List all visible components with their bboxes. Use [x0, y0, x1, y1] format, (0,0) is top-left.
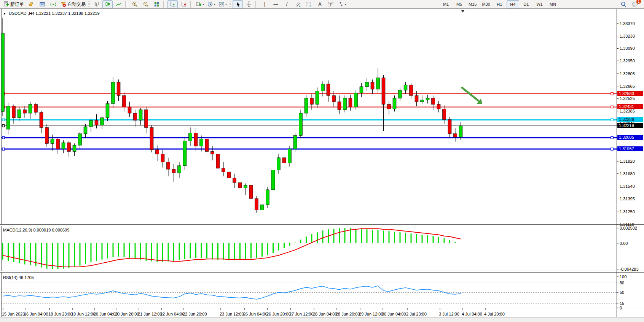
line-chart-button[interactable]	[113, 0, 124, 8]
one-click-trading-icon[interactable]: ▼	[3, 12, 6, 16]
bar-chart-button[interactable]	[91, 0, 102, 8]
toolbar-grip	[88, 1, 90, 7]
text-label-button[interactable]: T	[326, 0, 336, 8]
price-tick-label: 1.31250	[620, 209, 635, 214]
chart-window[interactable]: ▼ USDCAD-,H4 1.32221 1.32237 1.32188 1.3…	[0, 9, 644, 322]
timeframe-button-m1[interactable]: M1	[440, 0, 452, 8]
vertical-line-button[interactable]: |	[260, 0, 270, 8]
search-button[interactable]	[618, 0, 629, 8]
zoom-in-icon	[132, 1, 138, 7]
equidistant-channel-icon: E	[295, 1, 301, 7]
time-tick-label: 3 Jul 12:00	[439, 312, 459, 316]
autotrading-icon	[60, 1, 66, 7]
macd-value-1: 0.000019	[33, 228, 51, 232]
auto-scroll-icon	[170, 1, 176, 7]
profiles-icon	[28, 1, 34, 7]
timeframe-button-m30[interactable]: M30	[480, 0, 492, 8]
equidistant-channel-button[interactable]: E	[293, 0, 303, 8]
trendline-button[interactable]: /	[282, 0, 292, 8]
time-tick-label: 28 Jun 20:00	[336, 312, 360, 316]
toolbar-right: 1	[618, 0, 640, 8]
price-line-badge: 1.32219	[617, 123, 643, 128]
toolbar-separator	[255, 1, 258, 8]
rsi-name: RSI(14)	[3, 275, 18, 280]
new-chart-icon	[39, 1, 45, 7]
bar-chart-icon	[94, 1, 100, 7]
horizontal-line-button[interactable]: —	[271, 0, 281, 8]
crosshair-icon	[246, 1, 252, 7]
crosshair-button[interactable]	[244, 0, 254, 8]
price-tick-label: 1.33090	[620, 46, 635, 51]
timeframe-button-w1[interactable]: W1	[533, 0, 546, 8]
macd-tick-label: 0.00	[620, 241, 628, 246]
arrows-icon	[338, 1, 344, 7]
time-tick-label: 20 Jun 20:00	[115, 312, 139, 316]
time-tick-label: 16 Jun 04:00	[24, 312, 48, 316]
timeframe-button-mn[interactable]: MN	[547, 0, 559, 8]
pane-separator[interactable]	[0, 224, 644, 226]
price-tick-label: 1.32805	[620, 71, 635, 76]
time-tick-label: 18 Jun 23:00	[48, 312, 73, 316]
cursor-button[interactable]	[233, 0, 243, 8]
timeframe-button-d1[interactable]: D1	[520, 0, 532, 8]
rsi-tick-label: 80	[620, 281, 624, 285]
time-tick-label: 21 Jun 12:00	[138, 312, 162, 316]
candlestick-chart-icon	[105, 1, 111, 7]
tile-windows-icon	[154, 1, 160, 7]
signals-button[interactable]	[48, 0, 58, 8]
price-tick-label: 1.32385	[620, 109, 635, 113]
zoom-in-button[interactable]	[129, 0, 140, 8]
macd-value-2: 0.000699	[52, 228, 69, 232]
autotrading-label: 自动交易	[67, 1, 86, 8]
line-chart-icon	[116, 1, 122, 7]
time-axis-line	[0, 308, 644, 308]
chart-title: ▼ USDCAD-,H4 1.32221 1.32237 1.32188 1.3…	[3, 11, 100, 16]
timeframe-button-h1[interactable]: H1	[493, 0, 506, 8]
text-label-icon: T	[328, 1, 334, 7]
price-tick-label: 1.33370	[620, 21, 635, 26]
zoom-out-button[interactable]	[140, 0, 151, 8]
fibonacci-button[interactable]: F	[304, 0, 314, 8]
timeframe-button-h4[interactable]: H4	[507, 0, 519, 8]
time-tick-label: 26 Jun 04:00	[243, 312, 268, 316]
price-line-badge: 1.32085	[617, 135, 643, 140]
macd-tick-label: 0.002502	[620, 226, 637, 230]
chart-symbol-period: USDCAD-,H4	[9, 11, 34, 16]
chevron-down-icon: ▾	[345, 3, 346, 6]
macd-indicator-label: MACD(12,26,9) 0.000019 0.000699	[3, 228, 69, 232]
profiles-button[interactable]	[26, 0, 36, 8]
new-order-label: 新订单	[10, 1, 24, 8]
new-order-button[interactable]: 新订单	[2, 0, 25, 8]
timeframe-button-m5[interactable]: M5	[453, 0, 465, 8]
time-tick-label: 29 Jun 12:00	[359, 312, 383, 316]
candlestick-chart-button[interactable]	[102, 0, 113, 8]
toolbar-grip	[230, 1, 231, 7]
time-tick-label: 22 Jun 04:00	[160, 312, 185, 316]
chart-ohlc-values: 1.32221 1.32237 1.32188 1.32219	[35, 11, 99, 16]
time-tick-label: 19 Jun 12:00	[71, 312, 96, 316]
tile-windows-button[interactable]	[151, 0, 162, 8]
svg-text:E: E	[299, 5, 301, 7]
text-button[interactable]: A	[315, 0, 325, 8]
indicators-button[interactable]: ▾	[194, 0, 205, 8]
templates-button[interactable]: ▾	[217, 0, 228, 8]
pane-separator[interactable]	[0, 271, 644, 273]
arrows-button[interactable]: ▾	[337, 0, 348, 8]
search-icon	[620, 1, 627, 8]
chart-plot[interactable]	[0, 9, 644, 322]
timeframe-button-m15[interactable]: M15	[466, 0, 479, 8]
new-chart-button[interactable]	[37, 0, 47, 8]
chart-shift-button[interactable]	[179, 0, 189, 8]
svg-text:T: T	[330, 3, 332, 6]
price-axis-line	[617, 9, 617, 317]
chat-button[interactable]: 1	[630, 0, 640, 8]
signals-icon	[50, 1, 56, 7]
autotrading-button[interactable]: 自动交易	[59, 0, 87, 8]
rsi-indicator-label: RSI(14) 46.1705	[3, 275, 34, 280]
auto-scroll-button[interactable]	[167, 0, 178, 8]
periods-button[interactable]: ▾	[206, 0, 217, 8]
rsi-value: 46.1705	[19, 275, 34, 280]
chevron-down-icon: ▾	[225, 3, 227, 6]
chevron-down-icon: ▾	[202, 3, 204, 6]
periods-icon	[207, 1, 213, 7]
